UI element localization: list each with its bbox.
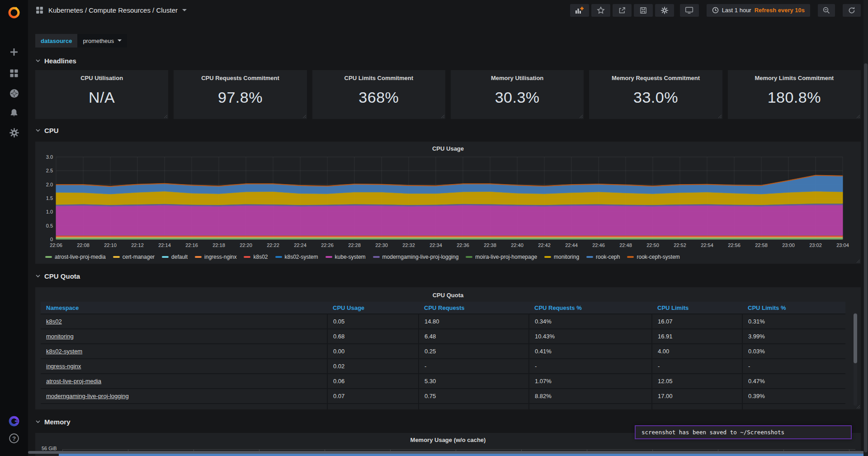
value-cell: 0.00 <box>327 344 419 359</box>
help-button[interactable]: ? <box>0 432 28 445</box>
panel-resize-handle[interactable] <box>856 114 860 118</box>
caret-down-icon <box>118 39 122 42</box>
page-scrollbar[interactable] <box>863 0 868 456</box>
sidebar-item-explore[interactable] <box>0 87 28 100</box>
namespace-link[interactable]: k8s02 <box>46 318 62 325</box>
stat-panel-title[interactable]: CPU Requests Commitment <box>174 75 307 81</box>
legend-item[interactable]: cert-manager <box>113 254 155 260</box>
legend-item[interactable]: monitoring <box>544 254 579 260</box>
x-axis-tick-label: 22:22 <box>267 242 279 248</box>
sidebar-item-alerting[interactable] <box>0 107 28 119</box>
panel-resize-handle[interactable] <box>440 114 444 118</box>
panel-resize-handle[interactable] <box>856 259 860 263</box>
x-axis-tick-label: 22:56 <box>728 242 741 248</box>
table-column-header[interactable]: CPU Requests <box>419 302 529 314</box>
value-cell: 33.40% <box>529 404 652 409</box>
legend-label: moira-live-proj-homepage <box>475 254 537 260</box>
stat-panel-title[interactable]: CPU Limits Commitment <box>312 75 445 81</box>
stat-panel-title[interactable]: Memory Utilisation <box>451 75 584 81</box>
sidebar-item-dashboards[interactable] <box>0 67 28 80</box>
horizontal-scrollbar-thumb[interactable] <box>28 451 868 454</box>
panel-resize-handle[interactable] <box>579 114 583 118</box>
x-axis-tick-label: 22:10 <box>104 242 117 248</box>
value-cell: 1.07% <box>529 374 652 389</box>
legend-item[interactable]: k8s02 <box>244 254 268 260</box>
namespace-link[interactable]: moderngaming-live-proj-logging <box>46 393 129 399</box>
panel-resize-handle[interactable] <box>717 114 722 118</box>
panel-resize-handle[interactable] <box>856 404 860 408</box>
section-cpu[interactable]: CPU <box>35 124 861 136</box>
value-cell: 0.68 <box>327 329 419 344</box>
add-panel-button[interactable] <box>570 4 589 17</box>
dashboard-icon <box>35 6 44 14</box>
value-cell: 0.47% <box>742 374 845 389</box>
cpu-quota-panel-title[interactable]: CPU Quota <box>41 290 855 301</box>
legend-item[interactable]: k8s02-system <box>275 254 318 260</box>
stat-panel-title[interactable]: Memory Limits Commitment <box>728 75 861 81</box>
table-column-header[interactable]: CPU Usage <box>327 302 419 314</box>
stat-panel-value: 368% <box>312 89 445 106</box>
sidebar: ? <box>0 0 28 456</box>
headline-stats-row: CPU UtilisationN/ACPU Requests Commitmen… <box>35 70 861 119</box>
sidebar-item-configuration[interactable] <box>0 126 28 139</box>
namespace-link[interactable]: atrost-live-proj-media <box>46 378 101 385</box>
value-cell: - <box>742 404 845 409</box>
legend-item[interactable]: kube-system <box>326 254 366 260</box>
section-cpu-quota[interactable]: CPU Quota <box>35 270 861 282</box>
legend-swatch-icon <box>466 256 472 258</box>
share-dashboard-button[interactable] <box>613 4 632 17</box>
stat-panel-title[interactable]: Memory Requests Commitment <box>589 75 722 81</box>
panel-resize-handle[interactable] <box>302 114 306 118</box>
monitor-icon <box>685 6 693 14</box>
refresh-dashboard-button[interactable] <box>843 4 861 17</box>
table-column-header[interactable]: Namespace <box>41 302 327 314</box>
legend-item[interactable]: ingress-nginx <box>195 254 236 260</box>
grafana-logo[interactable] <box>0 5 28 20</box>
stat-panel-title[interactable]: CPU Utilisation <box>35 75 168 81</box>
namespace-link[interactable]: k8s02-system <box>46 348 82 355</box>
cpu-usage-panel-title[interactable]: CPU Usage <box>39 143 857 154</box>
value-cell: 0.34% <box>529 314 652 329</box>
save-dashboard-button[interactable] <box>634 4 653 17</box>
zoom-out-time-button[interactable] <box>818 4 835 17</box>
datasource-variable-select[interactable]: prometheus <box>77 34 127 48</box>
legend-item[interactable]: moira-live-proj-homepage <box>466 254 537 260</box>
page-scrollbar-thumb[interactable] <box>864 63 868 452</box>
legend-item[interactable]: atrost-live-proj-media <box>45 254 106 260</box>
value-cell: 0.05 <box>327 314 419 329</box>
dashboard-title-dropdown[interactable]: Kubernetes / Compute Resources / Cluster <box>35 6 187 14</box>
table-column-header[interactable]: CPU Limits <box>652 302 742 314</box>
cycle-view-mode-button[interactable] <box>680 4 699 17</box>
grafana-footer-logo[interactable] <box>0 414 28 428</box>
legend-item[interactable]: rook-ceph <box>586 254 620 260</box>
stat-panel-value: N/A <box>35 89 168 106</box>
series-area-k8s02 <box>56 235 843 237</box>
legend-label: moderngaming-live-proj-logging <box>382 254 459 260</box>
panel-resize-handle[interactable] <box>163 114 167 118</box>
table-column-header[interactable]: CPU Limits % <box>742 302 845 314</box>
legend-item[interactable]: rook-ceph-system <box>627 254 679 260</box>
namespace-link[interactable]: rook-ceph <box>46 408 72 410</box>
section-headlines[interactable]: Headlines <box>35 55 861 66</box>
sidebar-item-create[interactable] <box>0 46 28 58</box>
x-axis-tick-label: 22:44 <box>565 242 578 248</box>
cpu-usage-chart[interactable]: 00.51.01.52.02.53.022:0622:0822:1022:122… <box>39 154 855 250</box>
star-dashboard-button[interactable] <box>591 4 610 17</box>
gear-icon <box>9 128 19 138</box>
legend-item[interactable]: moderngaming-live-proj-logging <box>373 254 459 260</box>
namespace-link[interactable]: ingress-nginx <box>46 363 81 370</box>
section-title: Headlines <box>44 57 76 65</box>
table-scrollbar-thumb[interactable] <box>854 314 857 363</box>
time-range-picker[interactable]: Last 1 hour Refresh every 10s <box>707 4 810 17</box>
table-row: moderngaming-live-proj-logging0.070.758.… <box>41 389 845 404</box>
value-cell: 0.31% <box>742 314 845 329</box>
dashboard-settings-button[interactable] <box>655 4 674 17</box>
navbar-actions: Last 1 hour Refresh every 10s <box>570 4 861 17</box>
x-axis-tick-label: 22:14 <box>158 242 171 248</box>
table-column-header[interactable]: CPU Requests % <box>529 302 652 314</box>
legend-item[interactable]: default <box>162 254 188 260</box>
namespace-link[interactable]: monitoring <box>46 333 74 340</box>
stat-panel: Memory Utilisation30.3% <box>451 70 584 119</box>
x-axis-tick-label: 23:04 <box>836 242 849 248</box>
x-axis-tick-label: 22:50 <box>646 242 659 248</box>
